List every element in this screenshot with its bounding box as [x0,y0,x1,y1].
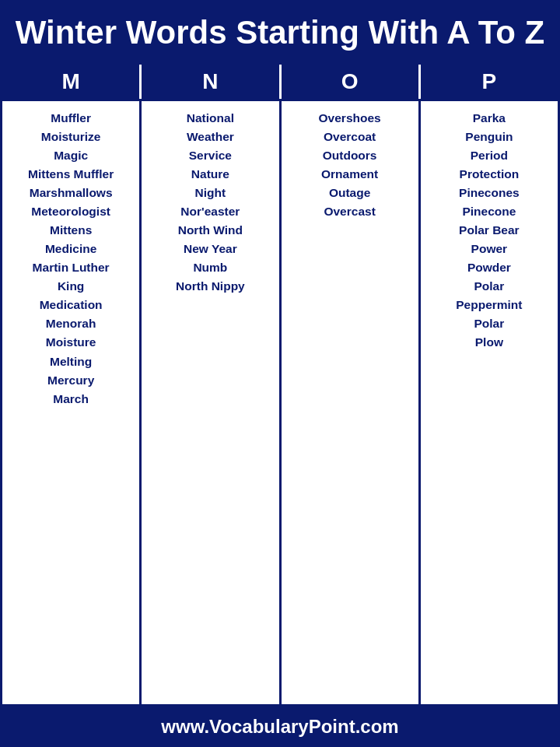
col-m: MufflerMoisturizeMagicMittens MufflerMar… [2,101,142,704]
list-item: Moisture [46,333,96,352]
list-item: Overcoat [324,128,376,146]
list-item: Peppermint [456,296,522,314]
list-item: King [58,277,84,296]
list-item: Powder [467,258,511,277]
list-item: National [187,109,234,128]
col-n: NationalWeatherServiceNatureNightNor'eas… [142,101,281,704]
list-item: Protection [460,165,520,184]
column-headers: MNOP [2,65,558,99]
list-item: Nature [191,165,229,184]
col-p: ParkaPenguinPeriodProtectionPineconesPin… [421,101,558,704]
list-item: Melting [50,352,92,371]
list-item: Period [471,146,508,165]
list-item: New Year [184,240,237,258]
list-item: Ornament [321,165,378,184]
list-item: Polar Bear [459,221,520,240]
col-header-o: O [282,65,421,99]
list-item: Plow [475,333,503,352]
list-item: Moisturize [41,128,101,146]
list-item: Parka [473,109,506,128]
col-header-m: M [2,65,142,99]
list-item: Pinecones [459,184,520,202]
list-item: Medication [40,296,103,314]
columns-row: MufflerMoisturizeMagicMittens MufflerMar… [2,99,558,704]
list-item: Magic [54,146,88,165]
list-item: Menorah [46,314,96,333]
list-item: Power [471,240,508,258]
main-content: MNOP MufflerMoisturizeMagicMittens Muffl… [0,62,560,707]
list-item: Mittens Muffler [28,165,114,184]
list-item: Polar [474,277,504,296]
col-o: OvershoesOvercoatOutdoorsOrnamentOutageO… [282,101,421,704]
list-item: March [53,390,89,409]
footer-url: www.VocabularyPoint.com [161,716,398,737]
list-item: Nor'easter [180,202,240,221]
list-item: Night [195,184,226,202]
list-item: Service [189,146,232,165]
list-item: Meteorologist [31,202,110,221]
col-header-n: N [142,65,281,99]
list-item: Outage [329,184,370,202]
page-header: Winter Words Starting With A To Z [0,0,560,62]
page-footer: www.VocabularyPoint.com [0,707,560,747]
list-item: Overcast [324,202,375,221]
list-item: Weather [187,128,234,146]
list-item: Muffler [51,109,91,128]
list-item: Polar [474,314,504,333]
list-item: Pinecone [462,202,516,221]
list-item: North Nippy [176,277,245,296]
list-item: Martin Luther [33,258,110,277]
list-item: Outdoors [323,146,377,165]
list-item: Mittens [50,221,92,240]
list-item: North Wind [178,221,243,240]
list-item: Mercury [47,371,94,390]
list-item: Marshmallows [30,184,113,202]
col-header-p: P [421,65,558,99]
list-item: Numb [193,258,227,277]
list-item: Medicine [45,240,96,258]
header-title: Winter Words Starting With A To Z [16,14,545,51]
list-item: Penguin [465,128,513,146]
list-item: Overshoes [319,109,381,128]
